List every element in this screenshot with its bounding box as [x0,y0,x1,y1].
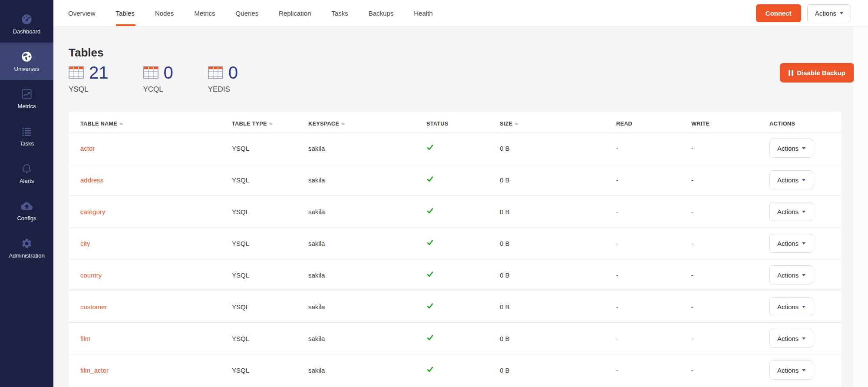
row-actions-label: Actions [777,145,799,152]
row-actions-button[interactable]: Actions [769,329,813,348]
row-actions-label: Actions [777,367,799,374]
tab-nodes[interactable]: Nodes [155,0,174,26]
disable-backup-button[interactable]: Disable Backup [780,63,854,83]
table-name-link[interactable]: category [80,208,106,215]
keyspace-cell: sakila [308,240,426,247]
table-grid-icon [143,66,158,79]
table-name-link[interactable]: city [80,240,90,247]
column-header-actions: ACTIONS ▾▴ [769,120,830,127]
sidebar-item-administration[interactable]: Administration [0,229,53,267]
tab-label: Nodes [155,10,174,17]
table-name-link[interactable]: customer [80,303,107,311]
table-grid-icon [208,66,223,79]
column-header-status: STATUS ▾▴ [426,120,500,127]
chevron-down-icon [802,337,805,340]
sidebar-item-label: Dashboard [13,28,41,35]
tab-tables[interactable]: Tables [116,0,135,26]
column-header-read: READ ▾▴ [616,120,691,127]
size-cell: 0 B [500,176,616,184]
sidebar-item-configs[interactable]: Configs [0,192,53,229]
status-ok-icon [426,366,434,373]
disable-backup-label: Disable Backup [797,69,845,76]
tab-replication[interactable]: Replication [279,0,311,26]
table-name-link[interactable]: film_actor [80,367,109,374]
write-cell: - [691,303,769,311]
table-name-link[interactable]: film [80,335,90,342]
stat-label: YSQL [69,85,109,94]
table-name-link[interactable]: address [80,176,103,184]
status-cell [426,334,500,343]
table-type-cell: YSQL [232,240,308,247]
sidebar-item-alerts[interactable]: Alerts [0,155,53,192]
table-type-cell: YSQL [232,208,308,215]
table-name-link[interactable]: country [80,271,102,279]
row-actions-label: Actions [777,335,799,342]
table-row-country: country YSQL sakila 0 B - - Actions [69,259,842,291]
tab-queries[interactable]: Queries [236,0,259,26]
status-cell [426,207,500,216]
tab-tasks[interactable]: Tasks [331,0,348,26]
table-type-cell: YSQL [232,303,308,311]
connect-button[interactable]: Connect [756,4,801,22]
row-actions-label: Actions [777,271,799,279]
row-actions-button[interactable]: Actions [769,202,813,221]
size-cell: 0 B [500,145,616,152]
row-actions-button[interactable]: Actions [769,265,813,284]
sort-icon[interactable]: ▾▴ [119,121,122,126]
stat-yedis: 0 YEDIS [208,64,238,94]
sidebar-item-icon [21,13,33,25]
status-cell [426,239,500,248]
sort-icon[interactable]: ▾▴ [341,121,344,126]
keyspace-cell: sakila [308,367,426,374]
status-ok-icon [426,175,434,183]
sidebar-item-label: Metrics [18,103,36,109]
column-header-label: WRITE [691,120,710,127]
table-name-link[interactable]: actor [80,145,95,152]
status-cell [426,302,500,311]
sidebar-item-universes[interactable]: Universes [0,43,53,80]
tab-overview[interactable]: Overview [68,0,96,26]
table-row-film-actor: film_actor YSQL sakila 0 B - - Actions [69,354,842,386]
sidebar-item-icon [21,126,33,137]
write-cell: - [691,271,769,279]
chevron-down-icon [802,242,805,245]
universe-actions-button[interactable]: Actions [807,4,851,22]
tab-backups[interactable]: Backups [369,0,394,26]
keyspace-cell: sakila [308,208,426,215]
stat-ycql: 0 YCQL [143,64,173,94]
column-header-label: SIZE [500,120,512,127]
size-cell: 0 B [500,335,616,342]
chevron-down-icon [802,211,805,213]
table-type-cell: YSQL [232,271,308,279]
sidebar-item-dashboard[interactable]: Dashboard [0,5,53,43]
table-type-cell: YSQL [232,335,308,342]
row-actions-button[interactable]: Actions [769,297,813,316]
tab-label: Replication [279,10,311,17]
keyspace-cell: sakila [308,303,426,311]
table-row-customer: customer YSQL sakila 0 B - - Actions [69,291,842,323]
row-actions-button[interactable]: Actions [769,139,813,158]
size-cell: 0 B [500,271,616,279]
stat-ysql: 21 YSQL [69,64,109,94]
row-actions-button[interactable]: Actions [769,170,813,189]
tab-label: Backups [369,10,394,17]
status-ok-icon [426,334,434,341]
column-header-label: READ [616,120,632,127]
read-cell: - [616,145,691,152]
sort-icon[interactable]: ▾▴ [269,121,272,126]
size-cell: 0 B [500,240,616,247]
row-actions-button[interactable]: Actions [769,234,813,253]
tables-card: TABLE NAME ▾▴ TABLE TYPE ▾▴ KEYSPACE ▾▴ … [69,112,842,387]
keyspace-cell: sakila [308,335,426,342]
row-actions-button[interactable]: Actions [769,361,813,380]
column-header-label: ACTIONS [769,120,795,127]
tab-metrics[interactable]: Metrics [194,0,215,26]
stat-value: 21 [89,64,109,81]
sort-icon[interactable]: ▾▴ [515,121,517,126]
tab-label: Queries [236,10,259,17]
page-scrollbar[interactable] [854,0,868,387]
tab-health[interactable]: Health [414,0,432,26]
sidebar-item-tasks[interactable]: Tasks [0,117,53,155]
table-row-actor: actor YSQL sakila 0 B - - Actions [69,132,842,164]
sidebar-item-metrics[interactable]: Metrics [0,80,53,117]
